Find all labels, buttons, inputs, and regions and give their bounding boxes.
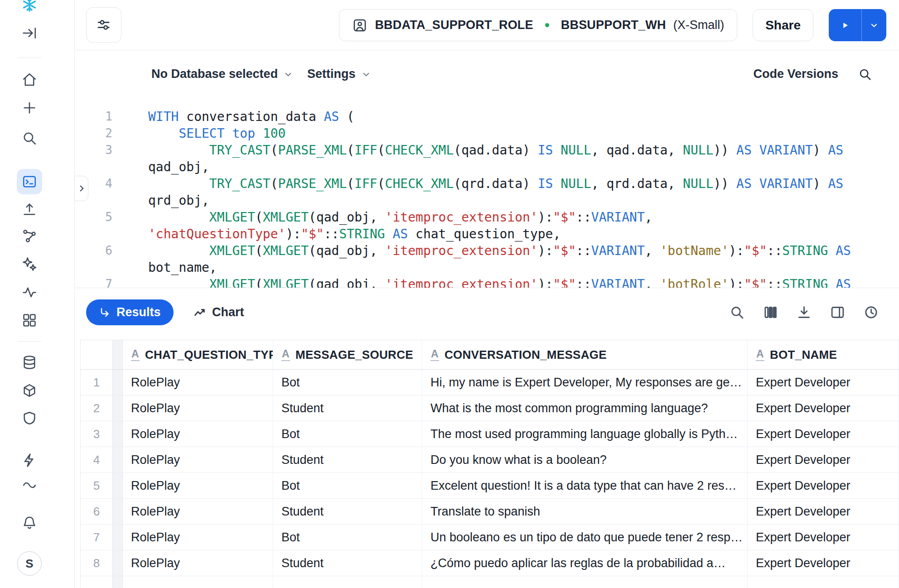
table-cell[interactable]: Expert Developer	[748, 550, 899, 576]
home-icon[interactable]	[17, 67, 42, 92]
tab-results[interactable]: Results	[86, 299, 174, 325]
table-cell[interactable]: Translate to spanish	[422, 499, 748, 524]
table-cell[interactable]: RolePlay	[123, 421, 273, 447]
code-token: "$"	[301, 227, 324, 241]
table-cell[interactable]: Bot	[273, 421, 422, 447]
table-cell[interactable]: RolePlay	[123, 370, 273, 395]
run-button[interactable]	[829, 9, 862, 41]
code-text[interactable]: WITH conversation_data AS (	[112, 108, 354, 125]
expand-panel-tab[interactable]	[74, 176, 88, 201]
code-token: STRING	[339, 227, 385, 241]
database-selector[interactable]: No Database selected	[151, 51, 293, 97]
hierarchy-icon[interactable]	[17, 223, 42, 249]
pinned-column-gutter	[113, 370, 123, 395]
snowflake-logo-icon[interactable]	[17, 0, 42, 17]
table-cell[interactable]: The most used programming language globa…	[422, 421, 748, 447]
code-token: (qrd.data)	[454, 176, 537, 191]
side-panel-icon[interactable]	[830, 305, 845, 320]
column-header[interactable]: ACHAT_QUESTION_TYPE	[123, 340, 273, 369]
history-clock-icon[interactable]	[864, 305, 879, 320]
table-cell[interactable]: What is the most common programming lang…	[422, 395, 748, 421]
code-token: PARSE_XML	[278, 143, 347, 158]
table-cell[interactable]: Expert Developer	[748, 395, 899, 421]
run-options-button[interactable]	[862, 9, 886, 41]
activity-icon[interactable]	[17, 280, 42, 305]
table-cell[interactable]: Student	[273, 499, 422, 524]
table-cell[interactable]: Expert Developer	[748, 447, 899, 472]
editor-search-icon[interactable]	[858, 67, 872, 81]
sql-editor[interactable]: 1WITH conversation_data AS (2 SELECT top…	[75, 97, 899, 288]
code-text[interactable]: XMLGET(XMLGET(qad_obj, 'itemproc_extensi…	[112, 276, 851, 288]
copilot-sparkles-icon[interactable]	[17, 251, 42, 277]
table-cell[interactable]: Expert Developer	[748, 473, 899, 498]
streams-tilde-icon[interactable]	[17, 472, 42, 497]
table-cell[interactable]: Expert Developer	[748, 525, 899, 550]
code-versions-button[interactable]: Code Versions	[753, 67, 838, 81]
table-cell[interactable]: Bot	[273, 473, 422, 498]
table-cell[interactable]: RolePlay	[123, 473, 273, 498]
table-cell[interactable]: Hi, my name is Expert Developer, My resp…	[422, 370, 748, 395]
code-text[interactable]: XMLGET(XMLGET(qad_obj, 'itemproc_extensi…	[112, 209, 652, 226]
upload-deploy-icon[interactable]	[17, 197, 42, 222]
settings-menu[interactable]: Settings	[307, 51, 371, 97]
governance-shield-icon[interactable]	[17, 405, 42, 431]
tab-chart[interactable]: Chart	[193, 299, 244, 325]
code-text[interactable]: qrd_obj,	[112, 192, 209, 209]
columns-icon[interactable]	[763, 305, 778, 320]
share-button[interactable]: Share	[753, 9, 813, 41]
table-row: 8RolePlayStudent¿Cómo puedo aplicar las …	[81, 550, 899, 576]
table-row: 1RolePlayBotHi, my name is Expert Develo…	[81, 370, 899, 395]
code-text[interactable]: SELECT top 100	[112, 125, 285, 142]
table-cell[interactable]: Un booleano es un tipo de dato que puede…	[422, 525, 748, 550]
table-cell[interactable]: Student	[273, 395, 422, 421]
table-cell[interactable]: RolePlay	[123, 395, 273, 421]
table-cell[interactable]: Student	[273, 550, 422, 576]
column-header[interactable]: ABOT_NAME	[748, 340, 899, 369]
code-line: 4 TRY_CAST(PARSE_XML(IFF(CHECK_XML(qrd.d…	[75, 175, 899, 192]
table-cell[interactable]: ¿Cómo puedo aplicar las reglas de la pro…	[422, 550, 748, 576]
worksheets-icon[interactable]	[17, 169, 42, 194]
code-text[interactable]: bot_name,	[112, 259, 217, 276]
results-search-icon[interactable]	[730, 305, 744, 320]
code-token: VARIANT	[591, 243, 645, 258]
column-header[interactable]: AMESSAGE_SOURCE	[273, 340, 422, 369]
code-token: (	[339, 109, 354, 124]
databases-icon[interactable]	[17, 350, 42, 375]
download-icon[interactable]	[797, 305, 812, 320]
table-cell[interactable]: Expert Developer	[748, 499, 899, 524]
filters-button[interactable]	[86, 7, 121, 43]
column-header[interactable]: ACONVERSATION_MESSAGE	[422, 340, 748, 369]
table-cell[interactable]: RolePlay	[123, 550, 273, 576]
table-cell[interactable]: Do you know what is a boolean?	[422, 447, 748, 472]
table-cell[interactable]: Expert Developer	[748, 421, 899, 447]
code-token	[828, 243, 836, 258]
data-products-icon[interactable]	[17, 378, 42, 403]
notifications-bell-icon[interactable]	[17, 510, 42, 535]
user-avatar[interactable]: S	[17, 551, 42, 576]
table-cell[interactable]: Bot	[273, 525, 422, 550]
code-text[interactable]: TRY_CAST(PARSE_XML(IFF(CHECK_XML(qrd.dat…	[112, 175, 843, 192]
table-cell[interactable]: RolePlay	[123, 499, 273, 524]
context-selector[interactable]: BBDATA_SUPPORT_ROLE BBSUPPORT_WH (X-Smal…	[339, 9, 737, 41]
search-icon[interactable]	[17, 125, 42, 151]
automation-bolt-icon[interactable]	[17, 448, 42, 473]
table-cell[interactable]: RolePlay	[123, 447, 273, 472]
code-token: STRING	[782, 243, 828, 258]
table-cell[interactable]: RolePlay	[123, 525, 273, 550]
code-text[interactable]: TRY_CAST(PARSE_XML(IFF(CHECK_XML(qad.dat…	[112, 142, 843, 159]
code-text[interactable]: XMLGET(XMLGET(qad_obj, 'itemproc_extensi…	[112, 242, 851, 259]
code-text[interactable]: qad_obj,	[112, 159, 209, 175]
table-cell[interactable]: Expert Developer	[748, 370, 899, 395]
code-token: ):	[285, 227, 301, 241]
table-cell[interactable]: Student	[273, 447, 422, 472]
code-token: ):	[729, 277, 744, 288]
code-token: AS	[836, 277, 851, 288]
go-to-icon[interactable]	[17, 20, 42, 46]
table-cell[interactable]: Bot	[273, 370, 422, 395]
apps-grid-icon[interactable]	[17, 308, 42, 333]
column-header-label: BOT_NAME	[770, 348, 837, 362]
code-token: "$"	[553, 277, 576, 288]
code-text[interactable]: 'chatQuestionType'):"$"::STRING AS chat_…	[112, 226, 561, 242]
new-worksheet-plus-icon[interactable]	[17, 95, 42, 120]
table-cell[interactable]: Excelent question! It is a data type tha…	[422, 473, 748, 498]
